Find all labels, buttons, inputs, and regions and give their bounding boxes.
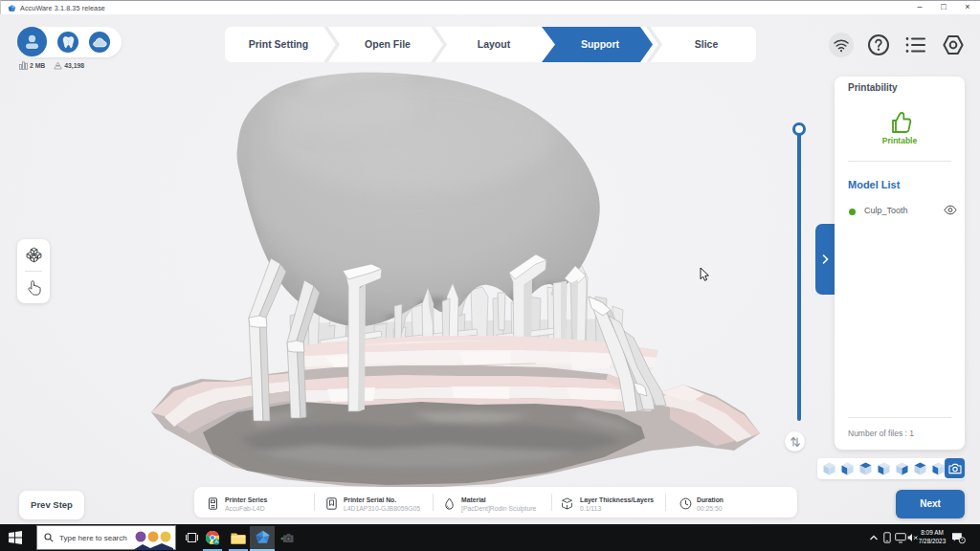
panel-divider-1 — [848, 161, 951, 162]
cloud-button[interactable] — [89, 32, 110, 53]
info-divider-4 — [665, 494, 666, 511]
eye-icon — [944, 205, 957, 215]
printable-label: Printable — [835, 136, 965, 145]
layer-slider-track[interactable] — [797, 124, 801, 421]
prev-step-button[interactable]: Prev Step — [19, 491, 84, 519]
toolbar-right — [829, 33, 966, 57]
printer-series-label: Printer Series — [225, 496, 267, 503]
close-button[interactable]: × — [955, 1, 980, 14]
view-left-button[interactable] — [875, 460, 893, 477]
tray-date-value: 7/28/2023 — [915, 538, 949, 546]
settings-gear-icon — [942, 34, 965, 55]
view-cube-back-icon — [859, 462, 872, 475]
account-pill — [21, 27, 122, 57]
model-status-dot — [849, 209, 856, 215]
printable-status — [835, 108, 965, 137]
mouse-cursor — [701, 268, 708, 280]
step-open-file[interactable]: Open File — [340, 27, 435, 62]
panel-collapse-button[interactable] — [815, 224, 835, 295]
minimize-button[interactable]: – — [907, 1, 932, 14]
view-iso-button[interactable] — [820, 460, 838, 477]
printer-serial-value: L4D1AP310-GJB8059G05 — [344, 505, 420, 512]
system-tray: 8:09 AM 7/28/2023 — [0, 524, 980, 551]
triangle-count-value: 43,198 — [64, 62, 84, 69]
view-cube-iso-icon — [823, 462, 835, 475]
window-titlebar[interactable]: AccuWare 3.1.8.35 release – □ × — [0, 0, 980, 14]
model-list-title: Model List — [848, 179, 900, 190]
info-divider-3 — [551, 494, 552, 511]
screenshot-button[interactable] — [945, 458, 965, 478]
list-icon — [905, 35, 926, 55]
flip-order-button[interactable] — [785, 431, 805, 452]
triangle-count-stat: 43,198 — [54, 61, 84, 70]
explode-view-button[interactable] — [17, 239, 50, 271]
printability-title: Printability — [848, 82, 898, 93]
wifi-icon — [833, 37, 850, 53]
duration-label: Duration — [697, 496, 724, 503]
user-avatar-button[interactable] — [17, 27, 47, 56]
duration-value: 00:25:50 — [697, 505, 722, 512]
printer-icon — [208, 497, 218, 510]
camera-icon — [948, 463, 962, 474]
base-raft — [151, 336, 760, 488]
step-print-setting[interactable]: Print Setting — [231, 27, 326, 62]
layer-slider-handle[interactable] — [792, 122, 806, 136]
hand-pointer-icon — [26, 279, 41, 296]
info-divider-1 — [314, 494, 315, 511]
bookmark-icon — [326, 497, 337, 510]
cloud-icon — [92, 34, 108, 51]
notification-center-icon[interactable] — [951, 532, 966, 544]
user-icon — [23, 33, 41, 51]
list-button[interactable] — [903, 33, 928, 57]
panel-divider-2 — [848, 417, 951, 418]
print-info-bar: Printer Series AccuFab-L4D Printer Seria… — [194, 487, 797, 518]
right-panel: Printability Printable Model List Culp_T… — [835, 77, 965, 450]
file-size-stat: 2 MB — [19, 61, 45, 70]
tray-phone-icon[interactable] — [883, 532, 891, 543]
layers-icon — [561, 497, 573, 510]
file-size-value: 2 MB — [30, 62, 45, 69]
model-name: Culp_Tooth — [864, 206, 908, 215]
printer-serial-label: Printer Serial No. — [344, 496, 396, 503]
material-value: [PacDent]Rodin Sculpture — [461, 505, 536, 512]
view-back-button[interactable] — [857, 460, 875, 477]
tooth-library-button[interactable] — [57, 32, 78, 53]
chevron-right-icon — [822, 254, 829, 264]
sort-arrows-icon — [790, 436, 801, 448]
tray-display-icon[interactable] — [895, 533, 906, 543]
view-top-button[interactable] — [911, 460, 929, 477]
view-cube-top-icon — [914, 462, 926, 475]
model-list-item[interactable]: Culp_Tooth — [848, 204, 951, 219]
step-support[interactable]: Support — [552, 27, 648, 62]
model-stats: 2 MB 43,198 — [19, 61, 84, 70]
view-cube-front-icon — [841, 462, 854, 475]
step-layout[interactable]: Layout — [446, 27, 542, 62]
view-cube-left-icon — [878, 462, 890, 475]
layer-thickness-value: 0.1/113 — [580, 505, 601, 512]
window-title: AccuWare 3.1.8.35 release — [20, 4, 105, 12]
view-right-button[interactable] — [893, 460, 911, 477]
view-cube-bottom-icon — [932, 462, 945, 475]
help-button[interactable] — [866, 33, 891, 57]
next-button[interactable]: Next — [896, 490, 965, 518]
tray-time-value: 8:09 AM — [915, 529, 949, 538]
workflow-stepper: Print Setting Open File Layout Support S… — [225, 27, 756, 62]
hand-tool-button[interactable] — [17, 272, 50, 303]
cube-blocks-icon — [25, 247, 43, 264]
maximize-button[interactable]: □ — [931, 1, 956, 14]
printer-series-value: AccuFab-L4D — [225, 505, 265, 512]
step-slice[interactable]: Slice — [658, 27, 754, 62]
clock-icon — [679, 497, 692, 510]
tray-clock[interactable]: 8:09 AM 7/28/2023 — [915, 529, 949, 545]
wifi-button[interactable] — [829, 33, 854, 57]
tray-chevron-up-icon[interactable] — [869, 535, 879, 541]
view-front-button[interactable] — [838, 460, 857, 477]
thumbs-up-icon — [885, 108, 914, 137]
settings-button[interactable] — [941, 33, 966, 57]
layer-thickness-label: Layer Thickness/Layers — [580, 496, 654, 503]
visibility-toggle[interactable] — [944, 205, 957, 215]
screen: AccuWare 3.1.8.35 release – □ × — [0, 0, 980, 551]
app-window-icon — [8, 5, 16, 12]
viewport-tools-panel — [17, 239, 50, 303]
view-cube-right-icon — [896, 462, 908, 475]
